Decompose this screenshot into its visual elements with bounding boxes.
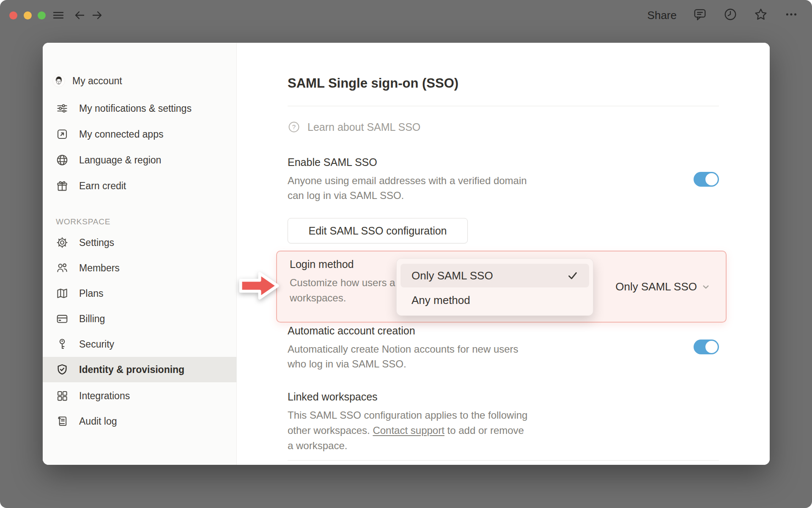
checkmark-icon — [566, 269, 579, 282]
zoom-window-button[interactable] — [38, 11, 46, 19]
gear-icon — [56, 236, 69, 249]
login-method-selected-value: Only SAML SSO — [615, 280, 697, 293]
divider — [288, 460, 719, 461]
dropdown-option-any-method[interactable]: Any method — [401, 291, 589, 309]
login-method-select[interactable]: Only SAML SSO — [615, 280, 711, 293]
more-ellipsis-icon[interactable] — [784, 7, 798, 23]
sidebar-item-label: Settings — [79, 237, 114, 248]
sidebar-item-my-account[interactable]: My account — [43, 68, 236, 94]
forward-icon[interactable] — [91, 8, 104, 22]
help-circle-icon: ? — [288, 121, 300, 133]
sidebar-item-label: Security — [79, 339, 114, 350]
linked-workspaces-heading: Linked workspaces — [288, 391, 378, 403]
sidebar-item-earn-credit[interactable]: Earn credit — [43, 173, 236, 199]
auto-account-description: Automatically create Notion accounts for… — [288, 342, 518, 371]
sidebar-item-label: My notifications & settings — [79, 103, 192, 114]
app-window-chrome: Share ME@TOOLSFORTHOUGHT.APP — [0, 0, 812, 508]
shield-check-icon — [56, 363, 69, 376]
annotation-arrow-icon — [238, 268, 280, 304]
sidebar-item-label: My connected apps — [79, 129, 163, 140]
chevron-down-icon — [700, 282, 711, 293]
favorite-star-icon[interactable] — [754, 7, 768, 23]
sidebar-item-identity-provisioning[interactable]: Identity & provisioning — [43, 357, 236, 382]
arrow-up-right-box-icon — [56, 128, 69, 141]
login-method-dropdown-menu: Only SAML SSO Any method — [396, 258, 593, 316]
close-window-button[interactable] — [9, 11, 17, 19]
sidebar-item-language-region[interactable]: Language & region — [43, 147, 236, 173]
sidebar-item-label: Billing — [79, 313, 105, 325]
settings-dialog: ME@TOOLSFORTHOUGHT.APP My account My not… — [43, 43, 770, 465]
sidebar-item-plans[interactable]: Plans — [43, 281, 236, 306]
enable-saml-heading: Enable SAML SSO — [288, 156, 377, 168]
linked-workspaces-description: This SAML SSO configuration applies to t… — [288, 408, 527, 453]
auto-account-heading: Automatic account creation — [288, 325, 415, 337]
saml-settings-panel: SAML Single sign-on (SSO) ? Learn about … — [237, 43, 770, 465]
sidebar-item-billing[interactable]: Billing — [43, 306, 236, 331]
workspace-section-header: WORKSPACE — [56, 217, 110, 226]
page-title: SAML Single sign-on (SSO) — [288, 76, 458, 91]
sliders-icon — [56, 102, 69, 115]
settings-sidebar: ME@TOOLSFORTHOUGHT.APP My account My not… — [43, 43, 237, 465]
comments-icon[interactable] — [693, 7, 707, 23]
contact-support-link[interactable]: Contact support — [373, 425, 444, 436]
learn-about-saml-link[interactable]: ? Learn about SAML SSO — [288, 121, 420, 133]
toggle-knob — [705, 173, 718, 185]
globe-icon — [56, 154, 69, 166]
enable-saml-toggle[interactable] — [694, 172, 719, 187]
map-icon — [56, 287, 69, 300]
hamburger-menu-icon[interactable] — [52, 8, 65, 22]
sidebar-item-label: Integrations — [79, 390, 130, 402]
key-icon — [56, 338, 69, 351]
scroll-icon — [56, 415, 69, 428]
updates-clock-icon[interactable] — [723, 7, 738, 23]
learn-link-label: Learn about SAML SSO — [307, 121, 420, 133]
svg-text:?: ? — [292, 123, 296, 130]
sidebar-item-members[interactable]: Members — [43, 255, 236, 281]
back-icon[interactable] — [73, 8, 86, 22]
grid-icon — [56, 389, 69, 402]
sidebar-item-audit-log[interactable]: Audit log — [43, 409, 236, 434]
toggle-knob — [705, 341, 718, 353]
minimize-window-button[interactable] — [24, 11, 32, 19]
sidebar-item-label: Identity & provisioning — [79, 364, 184, 375]
credit-card-icon — [56, 312, 69, 325]
sidebar-item-label: Audit log — [79, 416, 117, 427]
sidebar-item-label: Members — [79, 262, 120, 274]
dropdown-option-only-saml-sso[interactable]: Only SAML SSO — [401, 264, 589, 287]
divider — [288, 106, 719, 106]
user-avatar — [52, 75, 65, 87]
login-method-heading: Login method — [290, 258, 354, 271]
sidebar-item-security[interactable]: Security — [43, 331, 236, 357]
sidebar-item-label: Language & region — [79, 155, 161, 166]
enable-saml-description: Anyone using email addresses with a veri… — [288, 173, 527, 203]
sidebar-item-label: Earn credit — [79, 180, 126, 192]
sidebar-item-settings[interactable]: Settings — [43, 230, 236, 255]
sidebar-item-integrations[interactable]: Integrations — [43, 383, 236, 409]
gift-icon — [56, 179, 69, 192]
edit-saml-config-button[interactable]: Edit SAML SSO configuration — [288, 218, 468, 243]
sidebar-item-label: My account — [72, 75, 122, 87]
auto-account-toggle[interactable] — [694, 340, 719, 354]
members-icon — [56, 262, 69, 274]
sidebar-item-notifications[interactable]: My notifications & settings — [43, 96, 236, 121]
sidebar-item-label: Plans — [79, 288, 104, 299]
titlebar: Share — [0, 0, 812, 30]
share-button[interactable]: Share — [647, 9, 677, 22]
login-method-description: Customize how users a workspaces. — [290, 275, 395, 306]
sidebar-item-connected-apps[interactable]: My connected apps — [43, 121, 236, 147]
